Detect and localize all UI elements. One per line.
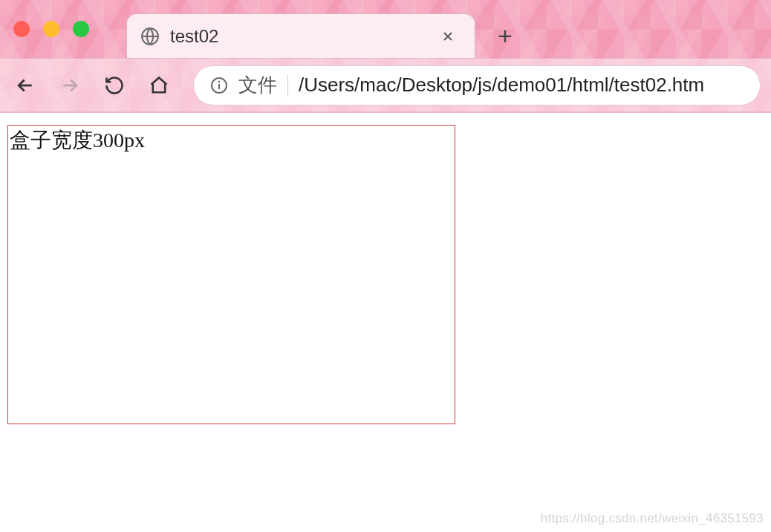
toolbar: 文件 /Users/mac/Desktop/js/demo01/html/tes…: [0, 58, 771, 113]
reload-button[interactable]: [100, 71, 129, 100]
site-info-icon[interactable]: [210, 77, 228, 94]
window-maximize-button[interactable]: [73, 21, 89, 37]
browser-chrome: test02 +: [0, 0, 771, 113]
traffic-lights: [13, 21, 89, 37]
demo-box-text: 盒子宽度300px: [10, 129, 145, 152]
home-button[interactable]: [144, 71, 174, 100]
watermark-text: https://blog.csdn.net/weixin_46351593: [541, 511, 764, 526]
address-scheme-label: 文件: [238, 72, 277, 98]
address-path: /Users/mac/Desktop/js/demo01/html/test02…: [299, 74, 704, 97]
title-bar: test02 +: [0, 0, 771, 58]
window-close-button[interactable]: [13, 21, 30, 37]
svg-point-3: [218, 80, 221, 82]
page-viewport: 盒子宽度300px https://blog.csdn.net/weixin_4…: [0, 113, 771, 532]
browser-tab-active[interactable]: test02: [126, 13, 475, 58]
demo-box: 盒子宽度300px: [7, 125, 455, 424]
back-button[interactable]: [10, 71, 40, 100]
tab-title: test02: [170, 26, 440, 47]
window-minimize-button[interactable]: [43, 21, 59, 37]
close-tab-icon[interactable]: [440, 29, 461, 44]
tab-strip: test02 +: [126, 0, 527, 58]
address-bar[interactable]: 文件 /Users/mac/Desktop/js/demo01/html/tes…: [193, 65, 761, 106]
plus-icon: +: [498, 22, 513, 51]
new-tab-button[interactable]: +: [483, 13, 527, 58]
forward-button[interactable]: [55, 71, 85, 100]
address-separator: [287, 74, 288, 97]
globe-icon: [140, 27, 160, 46]
